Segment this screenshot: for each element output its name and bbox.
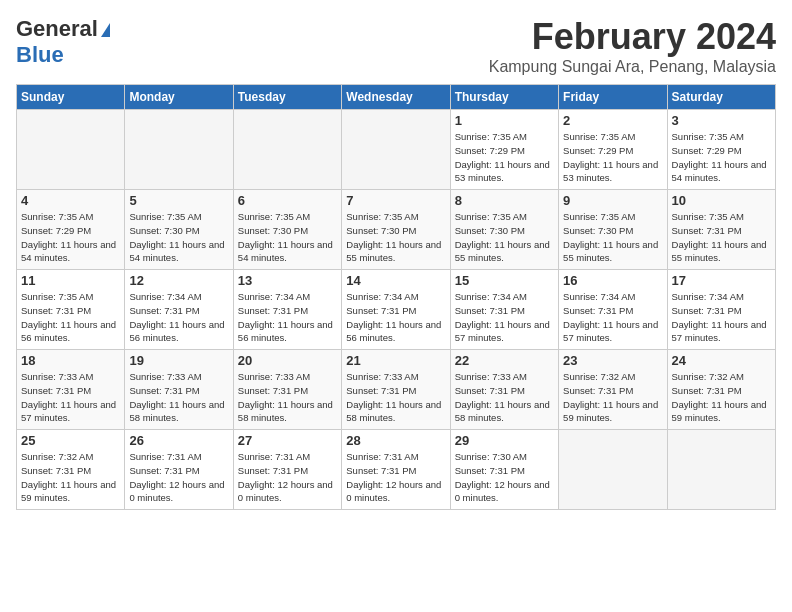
calendar-cell: 22Sunrise: 7:33 AMSunset: 7:31 PMDayligh… bbox=[450, 350, 558, 430]
day-number: 13 bbox=[238, 273, 337, 288]
calendar-cell: 4Sunrise: 7:35 AMSunset: 7:29 PMDaylight… bbox=[17, 190, 125, 270]
calendar-header-row: Sunday Monday Tuesday Wednesday Thursday… bbox=[17, 85, 776, 110]
calendar-cell: 13Sunrise: 7:34 AMSunset: 7:31 PMDayligh… bbox=[233, 270, 341, 350]
day-number: 3 bbox=[672, 113, 771, 128]
header-tuesday: Tuesday bbox=[233, 85, 341, 110]
day-info: Sunrise: 7:33 AMSunset: 7:31 PMDaylight:… bbox=[129, 370, 228, 425]
day-info: Sunrise: 7:35 AMSunset: 7:29 PMDaylight:… bbox=[21, 210, 120, 265]
day-number: 6 bbox=[238, 193, 337, 208]
header-sunday: Sunday bbox=[17, 85, 125, 110]
calendar-cell: 7Sunrise: 7:35 AMSunset: 7:30 PMDaylight… bbox=[342, 190, 450, 270]
calendar-cell: 20Sunrise: 7:33 AMSunset: 7:31 PMDayligh… bbox=[233, 350, 341, 430]
day-info: Sunrise: 7:30 AMSunset: 7:31 PMDaylight:… bbox=[455, 450, 554, 505]
day-info: Sunrise: 7:35 AMSunset: 7:29 PMDaylight:… bbox=[455, 130, 554, 185]
calendar-cell bbox=[667, 430, 775, 510]
logo-general-text: General bbox=[16, 16, 98, 42]
calendar-cell: 23Sunrise: 7:32 AMSunset: 7:31 PMDayligh… bbox=[559, 350, 667, 430]
calendar-cell: 18Sunrise: 7:33 AMSunset: 7:31 PMDayligh… bbox=[17, 350, 125, 430]
calendar-cell: 28Sunrise: 7:31 AMSunset: 7:31 PMDayligh… bbox=[342, 430, 450, 510]
day-info: Sunrise: 7:32 AMSunset: 7:31 PMDaylight:… bbox=[21, 450, 120, 505]
calendar-cell: 25Sunrise: 7:32 AMSunset: 7:31 PMDayligh… bbox=[17, 430, 125, 510]
calendar-cell: 16Sunrise: 7:34 AMSunset: 7:31 PMDayligh… bbox=[559, 270, 667, 350]
calendar-cell: 19Sunrise: 7:33 AMSunset: 7:31 PMDayligh… bbox=[125, 350, 233, 430]
calendar-week-4: 18Sunrise: 7:33 AMSunset: 7:31 PMDayligh… bbox=[17, 350, 776, 430]
calendar-week-3: 11Sunrise: 7:35 AMSunset: 7:31 PMDayligh… bbox=[17, 270, 776, 350]
title-block: February 2024 Kampung Sungai Ara, Penang… bbox=[489, 16, 776, 76]
day-info: Sunrise: 7:32 AMSunset: 7:31 PMDaylight:… bbox=[563, 370, 662, 425]
calendar-cell: 6Sunrise: 7:35 AMSunset: 7:30 PMDaylight… bbox=[233, 190, 341, 270]
day-info: Sunrise: 7:31 AMSunset: 7:31 PMDaylight:… bbox=[346, 450, 445, 505]
calendar-cell: 8Sunrise: 7:35 AMSunset: 7:30 PMDaylight… bbox=[450, 190, 558, 270]
day-info: Sunrise: 7:34 AMSunset: 7:31 PMDaylight:… bbox=[672, 290, 771, 345]
day-number: 26 bbox=[129, 433, 228, 448]
day-info: Sunrise: 7:35 AMSunset: 7:30 PMDaylight:… bbox=[129, 210, 228, 265]
day-info: Sunrise: 7:33 AMSunset: 7:31 PMDaylight:… bbox=[455, 370, 554, 425]
day-number: 18 bbox=[21, 353, 120, 368]
month-title: February 2024 bbox=[489, 16, 776, 58]
logo: General Blue bbox=[16, 16, 110, 68]
page-header: General Blue February 2024 Kampung Sunga… bbox=[16, 16, 776, 76]
day-info: Sunrise: 7:34 AMSunset: 7:31 PMDaylight:… bbox=[129, 290, 228, 345]
day-number: 20 bbox=[238, 353, 337, 368]
day-info: Sunrise: 7:34 AMSunset: 7:31 PMDaylight:… bbox=[563, 290, 662, 345]
day-info: Sunrise: 7:35 AMSunset: 7:30 PMDaylight:… bbox=[346, 210, 445, 265]
calendar-week-5: 25Sunrise: 7:32 AMSunset: 7:31 PMDayligh… bbox=[17, 430, 776, 510]
calendar-cell: 3Sunrise: 7:35 AMSunset: 7:29 PMDaylight… bbox=[667, 110, 775, 190]
day-number: 22 bbox=[455, 353, 554, 368]
calendar-cell: 9Sunrise: 7:35 AMSunset: 7:30 PMDaylight… bbox=[559, 190, 667, 270]
day-number: 16 bbox=[563, 273, 662, 288]
calendar-cell: 17Sunrise: 7:34 AMSunset: 7:31 PMDayligh… bbox=[667, 270, 775, 350]
calendar-cell: 10Sunrise: 7:35 AMSunset: 7:31 PMDayligh… bbox=[667, 190, 775, 270]
day-number: 12 bbox=[129, 273, 228, 288]
day-number: 2 bbox=[563, 113, 662, 128]
calendar-week-1: 1Sunrise: 7:35 AMSunset: 7:29 PMDaylight… bbox=[17, 110, 776, 190]
calendar-week-2: 4Sunrise: 7:35 AMSunset: 7:29 PMDaylight… bbox=[17, 190, 776, 270]
header-saturday: Saturday bbox=[667, 85, 775, 110]
calendar-cell: 26Sunrise: 7:31 AMSunset: 7:31 PMDayligh… bbox=[125, 430, 233, 510]
calendar-cell bbox=[125, 110, 233, 190]
day-number: 24 bbox=[672, 353, 771, 368]
calendar-cell bbox=[342, 110, 450, 190]
calendar-cell: 21Sunrise: 7:33 AMSunset: 7:31 PMDayligh… bbox=[342, 350, 450, 430]
calendar-cell bbox=[233, 110, 341, 190]
day-info: Sunrise: 7:35 AMSunset: 7:30 PMDaylight:… bbox=[238, 210, 337, 265]
calendar-cell: 11Sunrise: 7:35 AMSunset: 7:31 PMDayligh… bbox=[17, 270, 125, 350]
day-number: 9 bbox=[563, 193, 662, 208]
day-info: Sunrise: 7:32 AMSunset: 7:31 PMDaylight:… bbox=[672, 370, 771, 425]
calendar-cell: 2Sunrise: 7:35 AMSunset: 7:29 PMDaylight… bbox=[559, 110, 667, 190]
day-number: 25 bbox=[21, 433, 120, 448]
logo-blue-text: Blue bbox=[16, 42, 64, 68]
day-info: Sunrise: 7:34 AMSunset: 7:31 PMDaylight:… bbox=[238, 290, 337, 345]
calendar-table: Sunday Monday Tuesday Wednesday Thursday… bbox=[16, 84, 776, 510]
day-info: Sunrise: 7:33 AMSunset: 7:31 PMDaylight:… bbox=[21, 370, 120, 425]
day-number: 11 bbox=[21, 273, 120, 288]
day-number: 7 bbox=[346, 193, 445, 208]
day-info: Sunrise: 7:35 AMSunset: 7:30 PMDaylight:… bbox=[563, 210, 662, 265]
calendar-cell bbox=[559, 430, 667, 510]
day-info: Sunrise: 7:35 AMSunset: 7:29 PMDaylight:… bbox=[672, 130, 771, 185]
day-number: 14 bbox=[346, 273, 445, 288]
header-monday: Monday bbox=[125, 85, 233, 110]
logo-triangle-icon bbox=[101, 23, 110, 37]
day-number: 10 bbox=[672, 193, 771, 208]
day-number: 27 bbox=[238, 433, 337, 448]
day-number: 17 bbox=[672, 273, 771, 288]
day-number: 8 bbox=[455, 193, 554, 208]
calendar-cell: 15Sunrise: 7:34 AMSunset: 7:31 PMDayligh… bbox=[450, 270, 558, 350]
day-info: Sunrise: 7:35 AMSunset: 7:31 PMDaylight:… bbox=[672, 210, 771, 265]
calendar-cell: 1Sunrise: 7:35 AMSunset: 7:29 PMDaylight… bbox=[450, 110, 558, 190]
day-info: Sunrise: 7:31 AMSunset: 7:31 PMDaylight:… bbox=[238, 450, 337, 505]
calendar-cell: 29Sunrise: 7:30 AMSunset: 7:31 PMDayligh… bbox=[450, 430, 558, 510]
calendar-cell: 5Sunrise: 7:35 AMSunset: 7:30 PMDaylight… bbox=[125, 190, 233, 270]
day-number: 19 bbox=[129, 353, 228, 368]
calendar-cell: 24Sunrise: 7:32 AMSunset: 7:31 PMDayligh… bbox=[667, 350, 775, 430]
day-info: Sunrise: 7:33 AMSunset: 7:31 PMDaylight:… bbox=[346, 370, 445, 425]
day-number: 21 bbox=[346, 353, 445, 368]
day-info: Sunrise: 7:35 AMSunset: 7:29 PMDaylight:… bbox=[563, 130, 662, 185]
header-thursday: Thursday bbox=[450, 85, 558, 110]
header-friday: Friday bbox=[559, 85, 667, 110]
day-info: Sunrise: 7:34 AMSunset: 7:31 PMDaylight:… bbox=[455, 290, 554, 345]
day-info: Sunrise: 7:35 AMSunset: 7:31 PMDaylight:… bbox=[21, 290, 120, 345]
day-number: 29 bbox=[455, 433, 554, 448]
header-wednesday: Wednesday bbox=[342, 85, 450, 110]
